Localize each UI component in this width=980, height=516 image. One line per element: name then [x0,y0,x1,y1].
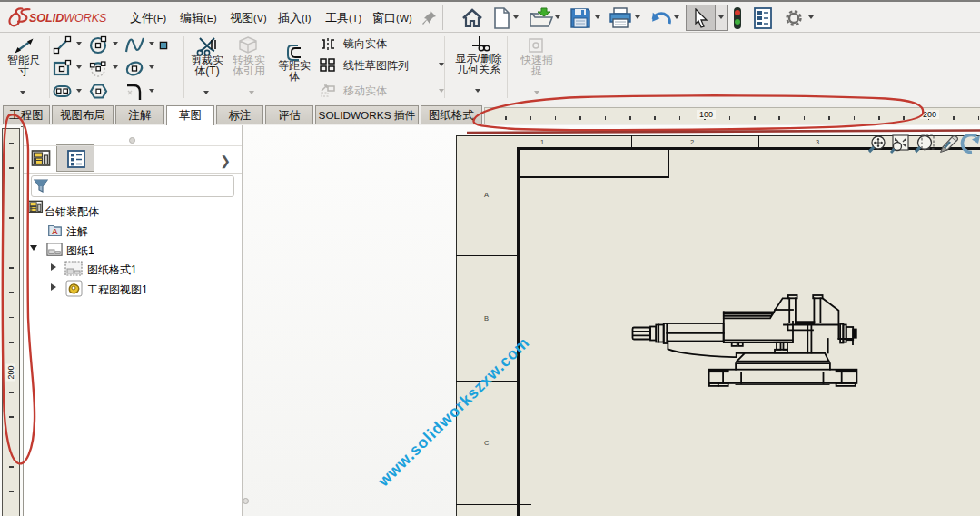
svg-text:A: A [52,227,58,236]
